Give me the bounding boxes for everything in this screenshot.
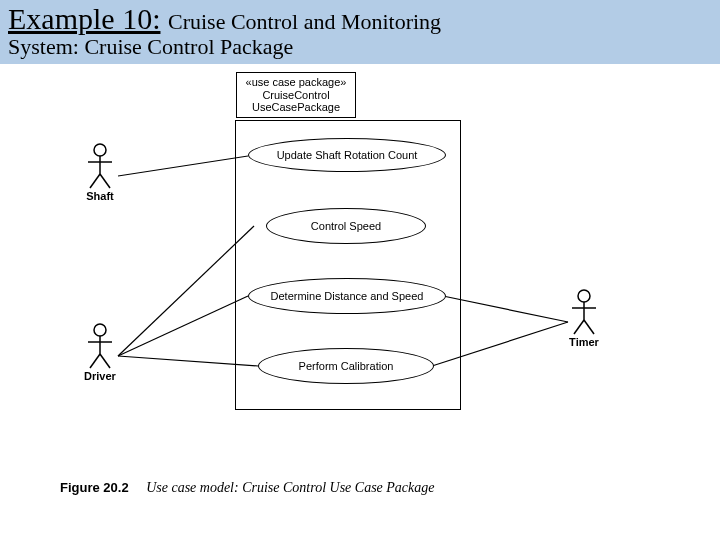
actor-timer: Timer xyxy=(568,288,600,348)
svg-line-1 xyxy=(118,226,254,356)
svg-point-11 xyxy=(94,324,106,336)
usecase-control-speed: Control Speed xyxy=(266,208,426,244)
svg-line-19 xyxy=(574,320,584,334)
usecase-label: Update Shaft Rotation Count xyxy=(277,149,418,161)
svg-point-16 xyxy=(578,290,590,302)
svg-line-14 xyxy=(90,354,100,368)
slide-subtitle: System: Cruise Control Package xyxy=(8,34,712,60)
slide-title: Example 10: Cruise Control and Monitorin… xyxy=(8,2,712,36)
svg-point-6 xyxy=(94,144,106,156)
actor-label: Driver xyxy=(84,370,116,382)
actor-driver: Driver xyxy=(84,322,116,382)
figure-number: Figure 20.2 xyxy=(60,480,129,495)
svg-line-20 xyxy=(584,320,594,334)
usecase-update-shaft: Update Shaft Rotation Count xyxy=(248,138,446,172)
svg-line-9 xyxy=(90,174,100,188)
package-tab: «use case package» CruiseControl UseCase… xyxy=(236,72,356,118)
svg-line-10 xyxy=(100,174,110,188)
usecase-label: Determine Distance and Speed xyxy=(271,290,424,302)
package-name-1: CruiseControl xyxy=(243,89,349,102)
svg-line-2 xyxy=(118,296,248,356)
stick-figure-icon xyxy=(568,288,600,336)
actor-label: Timer xyxy=(568,336,600,348)
stick-figure-icon xyxy=(84,142,116,190)
package-stereotype: «use case package» xyxy=(243,76,349,89)
slide-header: Example 10: Cruise Control and Monitorin… xyxy=(0,0,720,64)
usecase-determine-distance: Determine Distance and Speed xyxy=(248,278,446,314)
usecase-label: Control Speed xyxy=(311,220,381,232)
figure-text: Use case model: Cruise Control Use Case … xyxy=(146,480,434,495)
actor-shaft: Shaft xyxy=(84,142,116,202)
title-prefix: Example 10: xyxy=(8,2,160,35)
title-suffix: Cruise Control and Monitoring xyxy=(168,9,441,34)
svg-line-0 xyxy=(118,156,248,176)
usecase-perform-calibration: Perform Calibration xyxy=(258,348,434,384)
package-name-2: UseCasePackage xyxy=(243,101,349,114)
usecase-label: Perform Calibration xyxy=(299,360,394,372)
figure-caption: Figure 20.2 Use case model: Cruise Contr… xyxy=(60,480,435,496)
stick-figure-icon xyxy=(84,322,116,370)
svg-line-4 xyxy=(443,296,568,322)
actor-label: Shaft xyxy=(84,190,116,202)
svg-line-15 xyxy=(100,354,110,368)
use-case-diagram: «use case package» CruiseControl UseCase… xyxy=(0,64,720,504)
